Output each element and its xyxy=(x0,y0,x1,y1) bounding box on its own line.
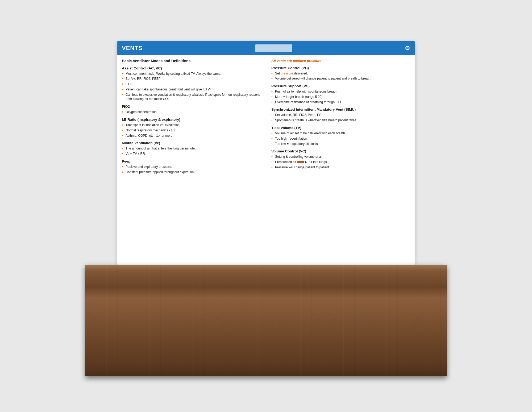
section-fio2-title: FiO2 xyxy=(122,105,261,109)
section-volume-control-title: Volume Control (VC) xyxy=(271,149,410,153)
card-header: VENTS ⚙ xyxy=(117,41,415,55)
flashcard: VENTS ⚙ Basic Ventilator Modes and Defin… xyxy=(117,41,415,265)
list-item: Overcome resistance of breathing through… xyxy=(271,100,410,105)
right-column: All vents are positive pressure! Pressur… xyxy=(266,59,410,261)
list-item: Setting & controlling volume of air. xyxy=(271,155,410,159)
list-item: Asthma, COPD, etc - 1:4 or more xyxy=(122,134,261,138)
section-pressure-control-title: Pressure Control (PC) xyxy=(271,66,410,70)
list-item: Ve = TV x RR xyxy=(122,152,261,156)
left-subtitle: Basic Ventilator Modes and Definitions xyxy=(122,59,261,63)
arrow-indicator: ► xyxy=(297,160,308,164)
wood-block xyxy=(85,265,447,376)
list-item: Set V+, RR, FiO2, PEEP xyxy=(122,77,261,81)
pressure-control-list: Set pressure delivered. Volume delivered… xyxy=(271,71,410,81)
peep-list: Positive and expiratory pressure. Consta… xyxy=(122,165,261,174)
list-item: Push of air to help with spontaneous bre… xyxy=(271,89,410,94)
gear-icon: ⚙ xyxy=(405,45,410,52)
list-item: Spontaneous breath is whatever size brea… xyxy=(271,118,410,123)
section-pressure-support-title: Pressure Support (PS) xyxy=(271,84,410,88)
section-assist-control-title: Assist Control (AC, VC) xyxy=(122,66,261,70)
minute-vent-list: The amount of air that enters the lung p… xyxy=(122,146,261,156)
list-item: Too low = respiratory alkalosis xyxy=(271,142,410,146)
left-column: Basic Ventilator Modes and Definitions A… xyxy=(122,59,266,261)
list-item: Set pressure delivered. xyxy=(271,71,410,76)
volume-control-list: Setting & controlling volume of air. Pre… xyxy=(271,155,410,170)
section-peep-title: Peep xyxy=(122,159,261,163)
section-simu-title: Synchronized Intermittent Mandatory Vent… xyxy=(271,107,410,111)
list-item: Oxygen concentration. xyxy=(122,110,261,114)
list-item: More = larger breath (range 5-20) xyxy=(271,95,410,99)
list-item: Constant pressure applied throughout exp… xyxy=(122,170,261,174)
list-item: Pressure will change patient to patient xyxy=(271,165,410,170)
list-item: Pressurized air ► air into lungs. xyxy=(271,160,410,164)
card-header-bar xyxy=(255,44,292,52)
card-title: VENTS xyxy=(122,45,143,52)
list-item: Most common mode. Works by setting a fix… xyxy=(122,72,261,76)
fio2-list: Oxygen concentration. xyxy=(122,110,261,114)
section-ie-ratio-title: I:E Ratio (inspiratory & expiratory) xyxy=(122,118,261,122)
list-item: Volume delivered will change patient to … xyxy=(271,76,410,81)
ie-ratio-list: Time spent in inhalation vs. exhalation … xyxy=(122,123,261,138)
list-item: 0 PS xyxy=(122,82,261,86)
pressure-support-list: Push of air to help with spontaneous bre… xyxy=(271,89,410,104)
section-minute-vent-title: Minute Ventilation (Ve) xyxy=(122,141,261,145)
list-item: Time spent in inhalation vs. exhalation xyxy=(122,123,261,127)
tidal-volume-list: Volume of air set to be delivered with e… xyxy=(271,131,410,146)
list-item: Patient can take spontaneous breath but … xyxy=(122,87,261,92)
list-item: Set volume, RR, FiO2, Peep, PS xyxy=(271,113,410,117)
list-item: Normal respiratory mechanics - 1:3 xyxy=(122,128,261,133)
assist-control-list: Most common mode. Works by setting a fix… xyxy=(122,72,261,102)
list-item: Can lead to excessive ventilation & resp… xyxy=(122,93,261,102)
list-item: The amount of air that enters the lung p… xyxy=(122,146,261,151)
card-body: Basic Ventilator Modes and Definitions A… xyxy=(117,55,415,265)
simu-list: Set volume, RR, FiO2, Peep, PS Spontaneo… xyxy=(271,113,410,123)
pressure-underline-text: pressure xyxy=(281,72,293,75)
list-item: Too high= overinflation xyxy=(271,136,410,141)
right-subtitle: All vents are positive pressure! xyxy=(271,59,410,63)
list-item: Positive and expiratory pressure. xyxy=(122,165,261,169)
list-item: Volume of air set to be delivered with e… xyxy=(271,131,410,136)
section-tidal-volume-title: Tidal Volume (TV) xyxy=(271,126,410,130)
scene: VENTS ⚙ Basic Ventilator Modes and Defin… xyxy=(106,20,426,392)
